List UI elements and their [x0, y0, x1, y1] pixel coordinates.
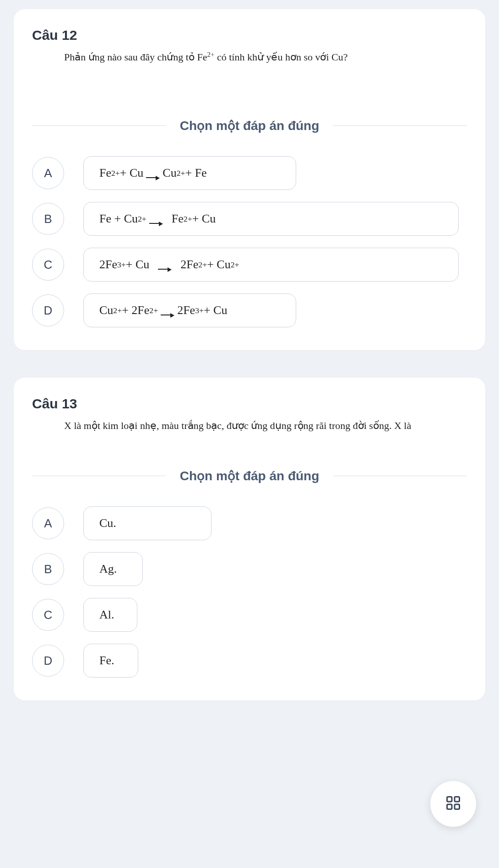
instruction-label: Chọn một đáp án đúng	[166, 118, 333, 133]
instruction-label: Chọn một đáp án đúng	[166, 468, 333, 483]
option-D[interactable]: D Cu2+ + 2Fe2+ 2Fe3+ + Cu	[32, 293, 467, 327]
instruction-divider: Chọn một đáp án đúng	[32, 118, 467, 133]
option-letter[interactable]: C	[32, 249, 64, 281]
option-text[interactable]: Cu.	[83, 506, 212, 540]
option-letter[interactable]: A	[32, 507, 64, 539]
option-letter[interactable]: B	[32, 553, 64, 585]
option-text[interactable]: Cu2+ + 2Fe2+ 2Fe3+ + Cu	[83, 293, 296, 327]
option-text[interactable]: Fe2+ + Cu Cu2+ + Fe	[83, 156, 296, 190]
option-B[interactable]: B Fe + Cu2+ Fe2+ + Cu	[32, 202, 467, 236]
option-text[interactable]: Fe.	[83, 644, 138, 678]
instruction-divider: Chọn một đáp án đúng	[32, 468, 467, 483]
option-C[interactable]: C 2Fe3+ + Cu 2Fe2+ + Cu2+	[32, 248, 467, 282]
option-letter[interactable]: D	[32, 645, 64, 677]
options-list: A Fe2+ + Cu Cu2+ + Fe B Fe + Cu2+ Fe2+ +…	[32, 156, 467, 327]
option-A[interactable]: A Fe2+ + Cu Cu2+ + Fe	[32, 156, 467, 190]
option-letter[interactable]: C	[32, 599, 64, 631]
question-title: Câu 13	[32, 396, 467, 412]
question-card-13: Câu 13 X là một kim loại nhẹ, màu trắng …	[14, 378, 485, 700]
option-letter[interactable]: B	[32, 203, 64, 235]
option-C[interactable]: C Al.	[32, 598, 467, 632]
question-prompt: X là một kim loại nhẹ, màu trắng bạc, đư…	[64, 420, 467, 432]
option-D[interactable]: D Fe.	[32, 644, 467, 678]
option-letter[interactable]: D	[32, 294, 64, 326]
question-title: Câu 12	[32, 27, 467, 43]
option-letter[interactable]: A	[32, 157, 64, 189]
option-text[interactable]: Ag.	[83, 552, 143, 586]
option-A[interactable]: A Cu.	[32, 506, 467, 540]
option-B[interactable]: B Ag.	[32, 552, 467, 586]
question-prompt: Phản ứng nào sau đây chứng tỏ Fe2+ có tí…	[64, 51, 467, 63]
question-card-12: Câu 12 Phản ứng nào sau đây chứng tỏ Fe2…	[14, 9, 485, 350]
option-text[interactable]: 2Fe3+ + Cu 2Fe2+ + Cu2+	[83, 248, 459, 282]
option-text[interactable]: Al.	[83, 598, 137, 632]
options-list: A Cu. B Ag. C Al. D Fe.	[32, 506, 467, 678]
option-text[interactable]: Fe + Cu2+ Fe2+ + Cu	[83, 202, 459, 236]
